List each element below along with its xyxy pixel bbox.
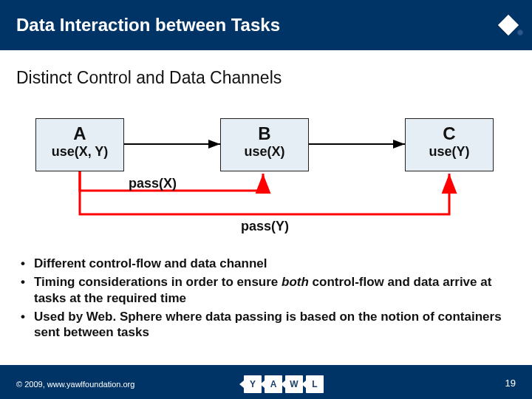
yawl-logo: Y A W L [244, 375, 324, 393]
list-item: • Different control-flow and data channe… [21, 256, 508, 271]
bullet-list: • Different control-flow and data channe… [21, 256, 508, 343]
bullet-dot-icon: • [21, 309, 34, 341]
copyright-text: © 2009, www.yawlfoundation.org [16, 380, 134, 389]
logo-letter: Y [244, 375, 262, 393]
edge-label-passx: pass(X) [129, 176, 177, 191]
task-name: C [406, 123, 493, 144]
brand-diamond-icon [499, 16, 517, 34]
diagram-area: A use(X, Y) B use(X) C use(Y) pass(X) pa… [0, 103, 532, 244]
slide-title: Data Interaction between Tasks [0, 15, 280, 35]
task-use-label: use(X) [221, 144, 308, 160]
task-use-label: use(X, Y) [36, 144, 123, 160]
bullet-dot-icon: • [21, 274, 34, 306]
bullet-text: Used by Web. Sphere where data passing i… [34, 309, 508, 341]
task-box-c: C use(Y) [405, 118, 494, 171]
bullet-text: Timing considerations in order to ensure… [34, 274, 508, 306]
footer-bar: © 2009, www.yawlfoundation.org Y A W L 1… [0, 365, 532, 399]
list-item: • Used by Web. Sphere where data passing… [21, 309, 508, 341]
task-box-b: B use(X) [220, 118, 309, 171]
list-item: • Timing considerations in order to ensu… [21, 274, 508, 306]
logo-letter: L [306, 375, 324, 393]
brand-dot-icon [517, 30, 523, 35]
slide-subtitle: Distinct Control and Data Channels [16, 68, 282, 88]
title-bar: Data Interaction between Tasks [0, 0, 532, 50]
edge-label-passy: pass(Y) [241, 219, 289, 234]
slide-number: 19 [505, 378, 516, 389]
task-name: B [221, 123, 308, 144]
bullet-text: Different control-flow and data channel [34, 256, 267, 271]
logo-letter: W [285, 375, 303, 393]
logo-letter: A [265, 375, 282, 393]
bullet-dot-icon: • [21, 256, 34, 271]
task-box-a: A use(X, Y) [35, 118, 124, 171]
task-name: A [36, 123, 123, 144]
task-use-label: use(Y) [406, 144, 493, 160]
